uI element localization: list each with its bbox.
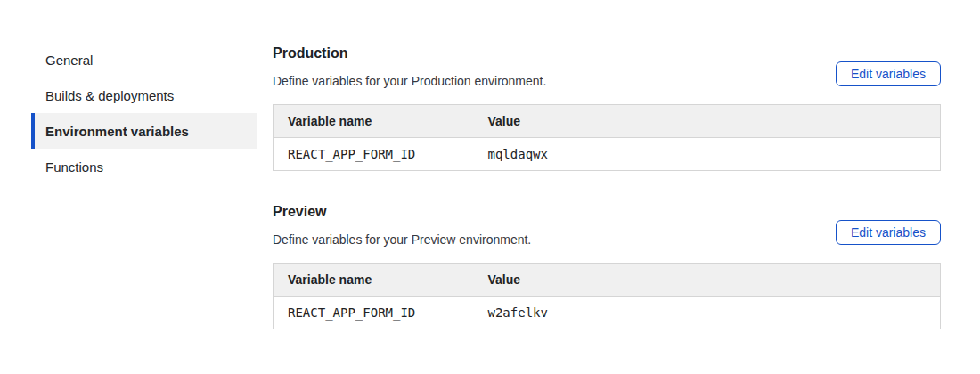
sidebar-item-builds-deployments[interactable]: Builds & deployments [31, 77, 257, 113]
sidebar-item-label: Environment variables [45, 124, 189, 139]
production-section-header: Production Define variables for your Pro… [273, 45, 941, 88]
production-edit-variables-button[interactable]: Edit variables [836, 61, 941, 86]
sidebar-item-label: Builds & deployments [45, 88, 174, 103]
column-header-variable-name: Variable name [274, 105, 474, 138]
preview-header-text: Preview Define variables for your Previe… [273, 203, 531, 247]
variable-value-cell: mqldaqwx [474, 138, 941, 171]
settings-sidebar: General Builds & deployments Environment… [31, 42, 257, 329]
table-header-row: Variable name Value [274, 264, 941, 297]
production-title: Production [273, 45, 546, 62]
table-header-row: Variable name Value [274, 105, 941, 138]
preview-description: Define variables for your Preview enviro… [273, 232, 531, 247]
sidebar-item-environment-variables[interactable]: Environment variables [31, 113, 257, 149]
column-header-value: Value [474, 264, 941, 297]
variable-name-cell: REACT_APP_FORM_ID [274, 138, 474, 171]
production-variables-table: Variable name Value REACT_APP_FORM_ID mq… [273, 104, 941, 171]
sidebar-item-label: Functions [45, 159, 103, 175]
table-row: REACT_APP_FORM_ID mqldaqwx [274, 138, 941, 171]
settings-page: General Builds & deployments Environment… [0, 0, 980, 329]
column-header-value: Value [474, 105, 941, 138]
preview-section-header: Preview Define variables for your Previe… [273, 203, 941, 247]
variable-value-cell: w2afelkv [474, 297, 941, 329]
preview-variables-table: Variable name Value REACT_APP_FORM_ID w2… [273, 263, 941, 329]
table-row: REACT_APP_FORM_ID w2afelkv [274, 297, 941, 329]
sidebar-item-general[interactable]: General [31, 42, 257, 77]
environment-variables-content: Production Define variables for your Pro… [273, 0, 941, 329]
production-description: Define variables for your Production env… [273, 74, 546, 88]
preview-section: Preview Define variables for your Previe… [273, 203, 941, 329]
preview-edit-variables-button[interactable]: Edit variables [836, 220, 941, 245]
variable-name-cell: REACT_APP_FORM_ID [274, 297, 474, 329]
column-header-variable-name: Variable name [274, 264, 474, 297]
production-header-text: Production Define variables for your Pro… [273, 45, 546, 88]
preview-title: Preview [273, 203, 531, 221]
sidebar-item-functions[interactable]: Functions [31, 149, 257, 184]
sidebar-item-label: General [45, 53, 93, 68]
production-section: Production Define variables for your Pro… [273, 45, 941, 171]
